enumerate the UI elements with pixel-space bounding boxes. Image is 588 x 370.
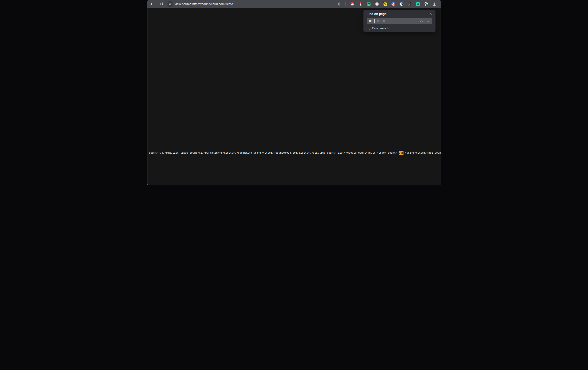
download-icon[interactable] xyxy=(432,2,437,6)
find-search-input[interactable]: 845 6 of 6 xyxy=(367,18,432,24)
find-on-page-panel: Find on page 845 6 of 6 xyxy=(363,10,435,32)
find-query-text: 845 xyxy=(369,19,374,23)
scrollbar-corner-fragment xyxy=(147,184,148,185)
page-source-text: s_count":74,"playlist_likes_count":2,"pe… xyxy=(147,151,441,155)
find-panel-title: Find on page xyxy=(367,12,387,16)
reload-icon xyxy=(159,2,164,6)
reload-button[interactable] xyxy=(159,1,164,7)
back-arrow-icon xyxy=(150,2,155,6)
adblock-hand-icon[interactable] xyxy=(350,2,355,6)
search-highlight: 845 xyxy=(399,151,403,154)
no-sign-icon[interactable] xyxy=(391,2,396,6)
exact-match-label: Exact match xyxy=(372,26,389,30)
lighthouse-icon[interactable] xyxy=(358,2,363,6)
volume-icon[interactable] xyxy=(416,2,420,6)
chevron-up-icon xyxy=(420,19,423,23)
browser-window: view-source:https://soundcloud.com/tiest… xyxy=(147,0,441,185)
password-lock-icon[interactable] xyxy=(399,2,404,6)
command-icon[interactable] xyxy=(375,2,379,6)
bookmark-icon[interactable] xyxy=(336,2,341,6)
js-toggle-icon[interactable]: JS xyxy=(383,2,388,6)
text-caret xyxy=(374,19,375,23)
source-text-after: ,"uri":"https://api.soun xyxy=(403,151,441,154)
address-bar-url[interactable]: view-source:https://soundcloud.com/tiest… xyxy=(175,2,233,6)
toolbar-extensions: JS xyxy=(336,2,437,6)
back-button[interactable] xyxy=(149,1,155,7)
browser-toolbar: view-source:https://soundcloud.com/tiest… xyxy=(147,0,441,8)
page-left-edge xyxy=(147,8,147,185)
chevron-down-icon xyxy=(426,19,430,23)
close-icon xyxy=(429,12,432,15)
svg-text:JS: JS xyxy=(384,4,387,6)
match-counter: 6 of 6 xyxy=(377,19,420,23)
previous-match-button[interactable] xyxy=(420,19,423,23)
close-find-button[interactable] xyxy=(429,12,432,15)
source-text-before: s_count":74,"playlist_likes_count":2,"pe… xyxy=(147,151,399,154)
site-identity-chip[interactable] xyxy=(168,1,172,7)
next-match-button[interactable] xyxy=(426,19,430,23)
globe-icon xyxy=(168,2,172,6)
key-card-icon[interactable] xyxy=(424,2,429,6)
exact-match-checkbox[interactable] xyxy=(367,27,370,30)
dropper-icon[interactable] xyxy=(408,2,412,6)
ufo-icon[interactable] xyxy=(367,2,371,6)
